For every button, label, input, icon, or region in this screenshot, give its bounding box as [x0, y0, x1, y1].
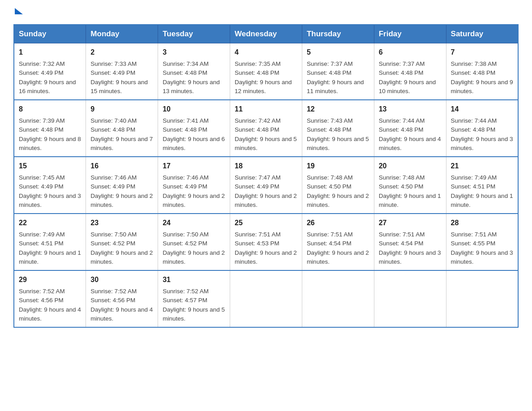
day-info: Sunrise: 7:51 AMSunset: 4:54 PMDaylight:… [379, 231, 441, 265]
calendar-cell: 27 Sunrise: 7:51 AMSunset: 4:54 PMDaylig… [374, 214, 446, 270]
calendar-cell: 26 Sunrise: 7:51 AMSunset: 4:54 PMDaylig… [302, 214, 374, 270]
day-number: 7 [451, 47, 513, 58]
day-info: Sunrise: 7:38 AMSunset: 4:48 PMDaylight:… [451, 60, 513, 94]
calendar-cell: 22 Sunrise: 7:49 AMSunset: 4:51 PMDaylig… [14, 214, 86, 270]
calendar-cell: 5 Sunrise: 7:37 AMSunset: 4:48 PMDayligh… [302, 43, 374, 100]
page-header [13, 9, 519, 15]
day-number: 21 [451, 161, 513, 171]
calendar-table: SundayMondayTuesdayWednesdayThursdayFrid… [13, 24, 519, 328]
day-info: Sunrise: 7:48 AMSunset: 4:50 PMDaylight:… [307, 174, 369, 208]
day-info: Sunrise: 7:42 AMSunset: 4:48 PMDaylight:… [235, 117, 297, 151]
day-number: 11 [235, 104, 297, 115]
day-number: 22 [19, 218, 81, 228]
day-info: Sunrise: 7:33 AMSunset: 4:49 PMDaylight:… [90, 60, 148, 94]
day-number: 3 [163, 47, 225, 58]
day-number: 4 [235, 47, 297, 58]
calendar-week-row: 8 Sunrise: 7:39 AMSunset: 4:48 PMDayligh… [14, 100, 518, 157]
calendar-cell: 31 Sunrise: 7:52 AMSunset: 4:57 PMDaylig… [158, 270, 230, 327]
day-number: 31 [163, 274, 225, 285]
calendar-cell: 12 Sunrise: 7:43 AMSunset: 4:48 PMDaylig… [302, 100, 374, 157]
day-info: Sunrise: 7:51 AMSunset: 4:53 PMDaylight:… [235, 231, 297, 265]
day-number: 29 [19, 274, 81, 285]
day-number: 1 [19, 47, 81, 58]
day-number: 8 [19, 104, 81, 115]
calendar-cell: 13 Sunrise: 7:44 AMSunset: 4:48 PMDaylig… [374, 100, 446, 157]
column-header-sunday: Sunday [14, 25, 86, 43]
calendar-cell: 15 Sunrise: 7:45 AMSunset: 4:49 PMDaylig… [14, 157, 86, 214]
day-number: 16 [90, 161, 153, 171]
calendar-cell: 8 Sunrise: 7:39 AMSunset: 4:48 PMDayligh… [14, 100, 86, 157]
day-number: 26 [307, 218, 369, 228]
day-info: Sunrise: 7:51 AMSunset: 4:54 PMDaylight:… [307, 231, 369, 265]
day-info: Sunrise: 7:47 AMSunset: 4:49 PMDaylight:… [235, 174, 297, 208]
calendar-cell: 23 Sunrise: 7:50 AMSunset: 4:52 PMDaylig… [86, 214, 158, 270]
calendar-cell: 19 Sunrise: 7:48 AMSunset: 4:50 PMDaylig… [302, 157, 374, 214]
day-info: Sunrise: 7:43 AMSunset: 4:48 PMDaylight:… [307, 117, 369, 151]
day-info: Sunrise: 7:44 AMSunset: 4:48 PMDaylight:… [451, 117, 513, 151]
calendar-week-row: 1 Sunrise: 7:32 AMSunset: 4:49 PMDayligh… [14, 43, 518, 100]
calendar-cell: 29 Sunrise: 7:52 AMSunset: 4:56 PMDaylig… [14, 270, 86, 327]
day-number: 5 [307, 47, 369, 58]
day-info: Sunrise: 7:52 AMSunset: 4:57 PMDaylight:… [163, 288, 225, 322]
day-info: Sunrise: 7:52 AMSunset: 4:56 PMDaylight:… [19, 288, 81, 322]
calendar-header-row: SundayMondayTuesdayWednesdayThursdayFrid… [14, 25, 518, 43]
column-header-monday: Monday [86, 25, 158, 43]
day-number: 25 [235, 218, 297, 228]
day-info: Sunrise: 7:40 AMSunset: 4:48 PMDaylight:… [90, 117, 153, 151]
day-info: Sunrise: 7:41 AMSunset: 4:48 PMDaylight:… [163, 117, 225, 151]
calendar-cell: 2 Sunrise: 7:33 AMSunset: 4:49 PMDayligh… [86, 43, 158, 100]
day-info: Sunrise: 7:48 AMSunset: 4:50 PMDaylight:… [379, 174, 441, 208]
calendar-cell: 28 Sunrise: 7:51 AMSunset: 4:55 PMDaylig… [446, 214, 518, 270]
day-info: Sunrise: 7:46 AMSunset: 4:49 PMDaylight:… [90, 174, 153, 208]
calendar-cell [446, 270, 518, 327]
day-info: Sunrise: 7:51 AMSunset: 4:55 PMDaylight:… [451, 231, 513, 265]
day-number: 17 [163, 161, 225, 171]
logo-arrow-icon [15, 8, 23, 14]
day-number: 23 [90, 218, 153, 228]
day-info: Sunrise: 7:52 AMSunset: 4:56 PMDaylight:… [90, 288, 153, 322]
column-header-saturday: Saturday [446, 25, 518, 43]
day-number: 24 [163, 218, 225, 228]
day-info: Sunrise: 7:37 AMSunset: 4:48 PMDaylight:… [307, 60, 364, 94]
calendar-cell [302, 270, 374, 327]
calendar-cell: 10 Sunrise: 7:41 AMSunset: 4:48 PMDaylig… [158, 100, 230, 157]
calendar-cell: 1 Sunrise: 7:32 AMSunset: 4:49 PMDayligh… [14, 43, 86, 100]
calendar-cell: 6 Sunrise: 7:37 AMSunset: 4:48 PMDayligh… [374, 43, 446, 100]
calendar-week-row: 29 Sunrise: 7:52 AMSunset: 4:56 PMDaylig… [14, 270, 518, 327]
day-info: Sunrise: 7:44 AMSunset: 4:48 PMDaylight:… [379, 117, 441, 151]
day-info: Sunrise: 7:46 AMSunset: 4:49 PMDaylight:… [163, 174, 225, 208]
day-number: 15 [19, 161, 81, 171]
calendar-cell: 30 Sunrise: 7:52 AMSunset: 4:56 PMDaylig… [86, 270, 158, 327]
day-number: 12 [307, 104, 369, 115]
logo [13, 9, 23, 15]
day-info: Sunrise: 7:32 AMSunset: 4:49 PMDaylight:… [19, 60, 76, 94]
day-info: Sunrise: 7:37 AMSunset: 4:48 PMDaylight:… [379, 60, 436, 94]
calendar-cell: 18 Sunrise: 7:47 AMSunset: 4:49 PMDaylig… [230, 157, 302, 214]
day-info: Sunrise: 7:50 AMSunset: 4:52 PMDaylight:… [90, 231, 153, 265]
day-info: Sunrise: 7:49 AMSunset: 4:51 PMDaylight:… [451, 174, 513, 208]
calendar-cell [230, 270, 302, 327]
calendar-cell: 3 Sunrise: 7:34 AMSunset: 4:48 PMDayligh… [158, 43, 230, 100]
day-number: 30 [90, 274, 153, 285]
calendar-cell: 21 Sunrise: 7:49 AMSunset: 4:51 PMDaylig… [446, 157, 518, 214]
calendar-week-row: 22 Sunrise: 7:49 AMSunset: 4:51 PMDaylig… [14, 214, 518, 270]
day-info: Sunrise: 7:34 AMSunset: 4:48 PMDaylight:… [163, 60, 220, 94]
column-header-tuesday: Tuesday [158, 25, 230, 43]
column-header-wednesday: Wednesday [230, 25, 302, 43]
calendar-cell: 25 Sunrise: 7:51 AMSunset: 4:53 PMDaylig… [230, 214, 302, 270]
day-info: Sunrise: 7:49 AMSunset: 4:51 PMDaylight:… [19, 231, 81, 265]
calendar-cell: 9 Sunrise: 7:40 AMSunset: 4:48 PMDayligh… [86, 100, 158, 157]
day-info: Sunrise: 7:39 AMSunset: 4:48 PMDaylight:… [19, 117, 81, 151]
day-number: 10 [163, 104, 225, 115]
day-number: 6 [379, 47, 442, 58]
day-number: 13 [379, 104, 442, 115]
calendar-cell: 11 Sunrise: 7:42 AMSunset: 4:48 PMDaylig… [230, 100, 302, 157]
column-header-friday: Friday [374, 25, 446, 43]
calendar-cell: 17 Sunrise: 7:46 AMSunset: 4:49 PMDaylig… [158, 157, 230, 214]
day-info: Sunrise: 7:50 AMSunset: 4:52 PMDaylight:… [163, 231, 225, 265]
calendar-cell: 24 Sunrise: 7:50 AMSunset: 4:52 PMDaylig… [158, 214, 230, 270]
calendar-cell: 14 Sunrise: 7:44 AMSunset: 4:48 PMDaylig… [446, 100, 518, 157]
day-number: 14 [451, 104, 513, 115]
day-number: 9 [90, 104, 153, 115]
calendar-cell: 4 Sunrise: 7:35 AMSunset: 4:48 PMDayligh… [230, 43, 302, 100]
